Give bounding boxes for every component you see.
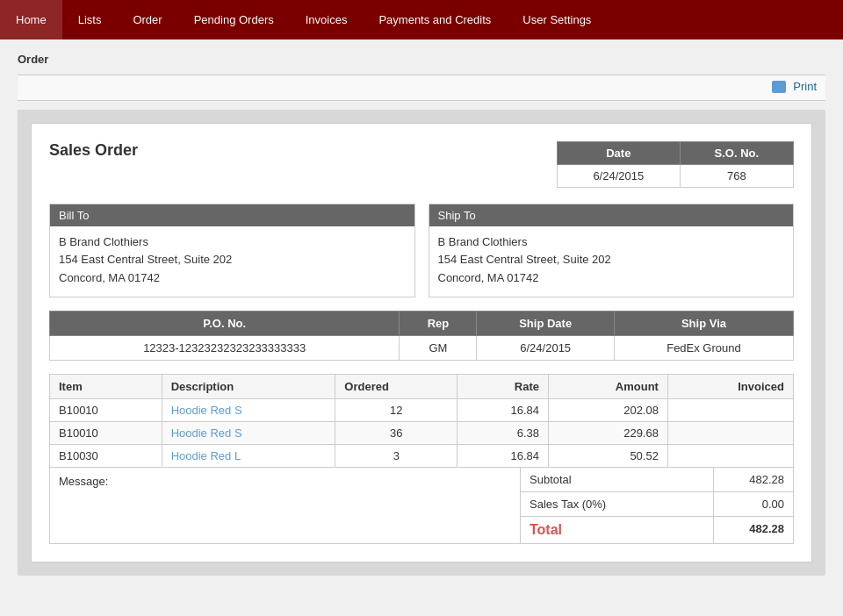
ship-to-header: Ship To	[429, 204, 794, 226]
bill-to-line2: 154 East Central Street, Suite 202	[59, 251, 406, 269]
amount-col-header: Amount	[548, 374, 667, 398]
outer-container: Sales Order Date S.O. No. 6/24/2015 768	[18, 110, 825, 576]
ship-to-line1: B Brand Clothiers	[438, 233, 785, 252]
ship-date-value: 6/24/2015	[477, 335, 615, 360]
address-row: Bill To B Brand Clothiers 154 East Centr…	[49, 204, 794, 297]
so-title: Sales Order	[49, 141, 138, 160]
po-table: P.O. No. Rep Ship Date Ship Via 12323-12…	[49, 311, 794, 361]
item-col-header: Item	[50, 374, 162, 398]
ship-to-line3: Concord, MA 01742	[438, 269, 785, 288]
ordered-col-header: Ordered	[335, 374, 458, 398]
so-date-table: Date S.O. No. 6/24/2015 768	[557, 141, 794, 188]
print-icon	[772, 81, 786, 93]
bottom-section: Message: Subtotal 482.28 Sales Tax (0%) …	[49, 468, 794, 544]
message-label: Message:	[59, 475, 108, 488]
bill-to-header: Bill To	[50, 204, 414, 226]
sales-tax-row: Sales Tax (0%) 0.00	[521, 492, 793, 517]
message-cell: Message:	[50, 468, 521, 543]
items-table: Item Description Ordered Rate Amount Inv…	[49, 374, 794, 468]
table-row: B10030 Hoodie Red L 3 16.84 50.52	[50, 444, 794, 467]
ship-via-value: FedEx Ground	[614, 335, 793, 360]
bill-to-body: B Brand Clothiers 154 East Central Stree…	[50, 226, 414, 297]
nav-home[interactable]: Home	[0, 0, 62, 39]
nav-user-settings[interactable]: User Settings	[507, 0, 607, 39]
nav-payments-credits[interactable]: Payments and Credits	[363, 0, 507, 39]
item-cell: B10010	[50, 398, 162, 421]
page-body: Order Print Sales Order Date S.O. No.	[0, 39, 843, 589]
print-bar: Print	[18, 75, 825, 101]
main-nav: Home Lists Order Pending Orders Invoices…	[0, 0, 843, 39]
nav-order[interactable]: Order	[117, 0, 177, 39]
rate-cell: 16.84	[458, 398, 549, 421]
rep-col-header: Rep	[400, 311, 477, 335]
bill-to-box: Bill To B Brand Clothiers 154 East Centr…	[49, 204, 415, 297]
totals-section: Subtotal 482.28 Sales Tax (0%) 0.00 Tota…	[521, 468, 793, 543]
item-cell: B10010	[50, 421, 162, 444]
amount-cell: 50.52	[548, 444, 667, 467]
so-no-value: 768	[680, 164, 793, 187]
ordered-cell: 12	[335, 398, 458, 421]
desc-col-header: Description	[162, 374, 335, 398]
ship-to-box: Ship To B Brand Clothiers 154 East Centr…	[429, 204, 795, 297]
total-label: Total	[521, 517, 714, 543]
rate-cell: 16.84	[458, 444, 549, 467]
desc-cell: Hoodie Red S	[162, 398, 335, 421]
subtotal-value: 482.28	[714, 468, 793, 491]
date-header: Date	[558, 141, 681, 164]
invoiced-cell	[667, 444, 793, 467]
so-header: Sales Order Date S.O. No. 6/24/2015 768	[49, 141, 794, 188]
sales-tax-label: Sales Tax (0%)	[521, 492, 714, 516]
rep-value: GM	[400, 335, 477, 360]
subtotal-label: Subtotal	[521, 468, 714, 491]
invoiced-col-header: Invoiced	[667, 374, 793, 398]
sales-order-card: Sales Order Date S.O. No. 6/24/2015 768	[31, 123, 812, 562]
date-value: 6/24/2015	[558, 164, 681, 187]
nav-invoices[interactable]: Invoices	[290, 0, 364, 39]
so-no-header: S.O. No.	[680, 141, 793, 164]
invoiced-cell	[667, 398, 793, 421]
sales-tax-value: 0.00	[714, 492, 793, 516]
amount-cell: 202.08	[548, 398, 667, 421]
total-value: 482.28	[714, 517, 793, 543]
bill-to-line3: Concord, MA 01742	[59, 269, 406, 288]
subtotal-row: Subtotal 482.28	[521, 468, 793, 492]
print-label: Print	[793, 80, 817, 93]
desc-cell: Hoodie Red S	[162, 421, 335, 444]
table-row: B10010 Hoodie Red S 12 16.84 202.08	[50, 398, 794, 421]
ordered-cell: 3	[335, 444, 458, 467]
ship-date-col-header: Ship Date	[477, 311, 615, 335]
rate-col-header: Rate	[458, 374, 549, 398]
table-row: B10010 Hoodie Red S 36 6.38 229.68	[50, 421, 794, 444]
ship-via-col-header: Ship Via	[614, 311, 793, 335]
bill-to-line1: B Brand Clothiers	[59, 233, 406, 252]
po-no-value: 12323-12323232323233333333	[50, 335, 400, 360]
po-no-col-header: P.O. No.	[50, 311, 400, 335]
ordered-cell: 36	[335, 421, 458, 444]
ship-to-line2: 154 East Central Street, Suite 202	[438, 251, 785, 269]
rate-cell: 6.38	[458, 421, 549, 444]
total-row: Total 482.28	[521, 517, 793, 543]
nav-pending-orders[interactable]: Pending Orders	[178, 0, 290, 39]
ship-to-body: B Brand Clothiers 154 East Central Stree…	[429, 226, 794, 297]
print-link[interactable]: Print	[772, 80, 817, 93]
desc-cell: Hoodie Red L	[162, 444, 335, 467]
item-cell: B10030	[50, 444, 162, 467]
amount-cell: 229.68	[548, 421, 667, 444]
invoiced-cell	[667, 421, 793, 444]
nav-lists[interactable]: Lists	[62, 0, 118, 39]
page-title: Order	[18, 53, 825, 66]
